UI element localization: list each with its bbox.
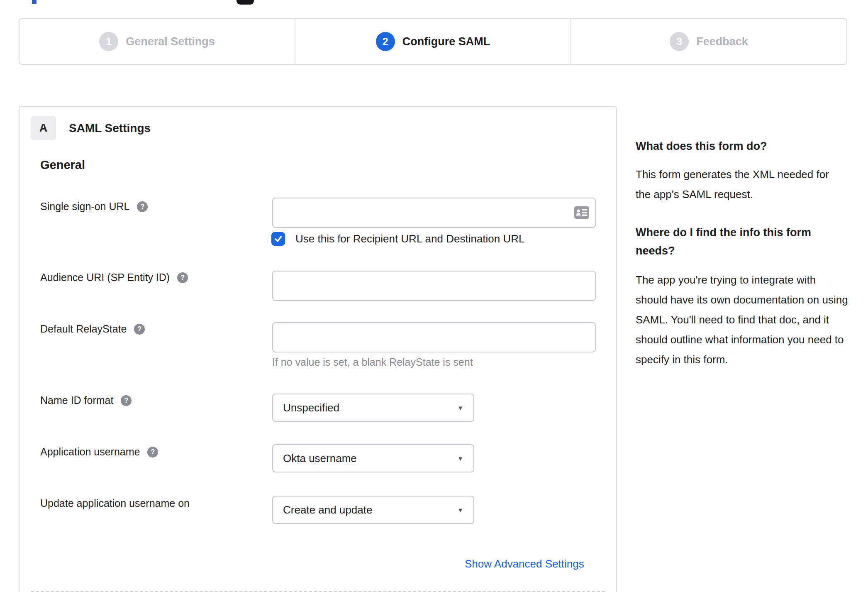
sso-url-input-wrap <box>272 198 596 228</box>
relay-state-hint: If no value is set, a blank RelayState i… <box>272 356 473 368</box>
help-question-2: Where do I find the info this form needs… <box>636 223 827 260</box>
name-id-format-value: Unspecified <box>283 401 339 414</box>
audience-uri-help-icon[interactable]: ? <box>177 272 188 283</box>
audience-uri-label-row: Audience URI (SP Entity ID) ? <box>40 272 188 284</box>
update-username-value: Create and update <box>283 504 372 516</box>
section-a-badge: A <box>31 116 56 140</box>
step-2-label: Configure SAML <box>402 35 490 48</box>
app-username-label-row: Application username ? <box>40 446 158 458</box>
relay-state-label-row: Default RelayState ? <box>40 323 145 335</box>
cropped-header-fragment-dark <box>237 0 254 5</box>
chevron-down-icon: ▼ <box>457 455 463 462</box>
sso-url-label: Single sign-on URL <box>40 201 129 213</box>
app-username-help-icon[interactable]: ? <box>147 447 158 457</box>
help-answer-1: This form generates the XML needed for t… <box>636 164 835 204</box>
app-username-label: Application username <box>40 446 140 458</box>
audience-uri-input[interactable] <box>272 271 596 301</box>
app-username-value: Okta username <box>283 452 357 465</box>
update-username-select[interactable]: Create and update ▼ <box>272 496 474 524</box>
chevron-down-icon: ▼ <box>457 404 463 411</box>
help-question-1: What does this form do? <box>636 137 835 155</box>
chevron-down-icon: ▼ <box>457 506 463 514</box>
contact-card-icon <box>574 206 589 219</box>
name-id-format-help-icon[interactable]: ? <box>121 395 132 406</box>
cropped-header-fragment-blue <box>32 0 37 4</box>
relay-state-label: Default RelayState <box>40 323 127 335</box>
name-id-format-label: Name ID format <box>40 394 113 406</box>
panel-title: SAML Settings <box>69 122 151 135</box>
sso-url-input[interactable] <box>272 198 596 228</box>
step-1-label: General Settings <box>126 35 215 48</box>
step-3-circle: 3 <box>670 32 689 51</box>
saml-settings-panel: A SAML Settings General Single sign-on U… <box>19 106 617 592</box>
step-2-circle: 2 <box>376 32 395 51</box>
recipient-url-checkbox[interactable] <box>271 232 285 246</box>
relay-state-input[interactable] <box>272 322 596 352</box>
relay-state-help-icon[interactable]: ? <box>134 324 145 335</box>
configure-saml-page: 1 General Settings 2 Configure SAML 3 Fe… <box>0 0 868 592</box>
audience-uri-label: Audience URI (SP Entity ID) <box>40 272 170 284</box>
show-advanced-settings-link[interactable]: Show Advanced Settings <box>465 558 584 570</box>
recipient-url-checkbox-label: Use this for Recipient URL and Destinati… <box>295 232 525 246</box>
app-username-select[interactable]: Okta username ▼ <box>272 444 474 472</box>
general-section-heading: General <box>40 158 85 172</box>
step-configure-saml[interactable]: 2 Configure SAML <box>295 19 571 64</box>
help-answer-2: The app you're trying to integrate with … <box>636 270 848 369</box>
update-username-label: Update application username on <box>40 497 190 509</box>
update-username-label-row: Update application username on <box>40 497 190 509</box>
name-id-format-select[interactable]: Unspecified ▼ <box>272 394 474 422</box>
step-1-circle: 1 <box>99 32 118 51</box>
step-3-label: Feedback <box>696 35 748 48</box>
help-sidebar: What does this form do? This form genera… <box>636 137 849 369</box>
checkmark-icon <box>273 234 283 244</box>
name-id-format-label-row: Name ID format ? <box>40 394 132 406</box>
step-feedback[interactable]: 3 Feedback <box>571 19 846 64</box>
sso-url-help-icon[interactable]: ? <box>137 201 148 212</box>
sso-url-label-row: Single sign-on URL ? <box>40 201 148 213</box>
wizard-stepper: 1 General Settings 2 Configure SAML 3 Fe… <box>19 18 847 65</box>
step-general-settings[interactable]: 1 General Settings <box>20 19 295 64</box>
